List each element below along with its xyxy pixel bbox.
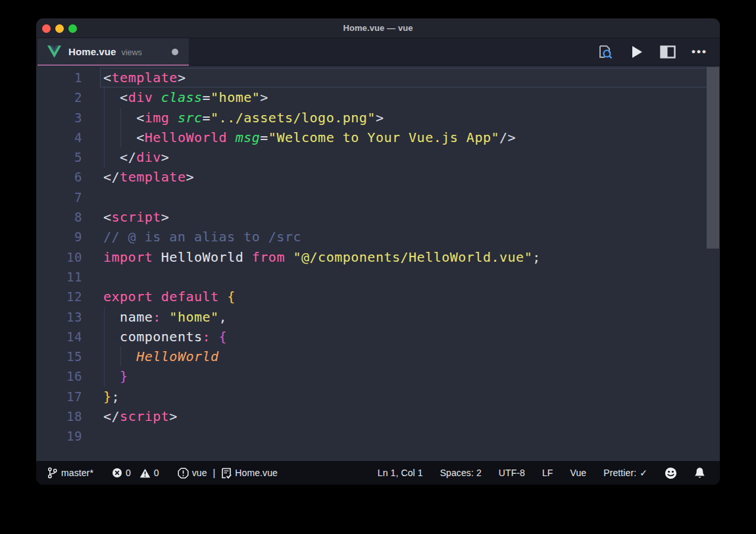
status-item-language-mode[interactable]: Vue	[570, 468, 587, 478]
status-item-notifications[interactable]	[694, 467, 705, 479]
line-number: 18	[36, 406, 82, 426]
warning-count: 0	[154, 468, 159, 478]
code-line[interactable]: 12export default {	[36, 287, 720, 306]
traffic-lights	[42, 24, 77, 33]
eol-sequence-label: LF	[542, 468, 553, 478]
code-lines: 1<template>2 <div class="home">3 <img sr…	[36, 66, 720, 461]
bell-icon	[694, 467, 705, 479]
code-line[interactable]: 15 HelloWorld	[36, 347, 720, 366]
git-branch-label: master*	[61, 468, 93, 478]
minimize-window-button[interactable]	[55, 24, 64, 33]
line-content: }	[103, 366, 128, 386]
indentation-label: Spaces: 2	[440, 468, 482, 478]
status-bar: master*00vue|Home.vue Ln 1, Col 1Spaces:…	[36, 461, 720, 485]
split-editor-button[interactable]	[659, 43, 676, 61]
line-content: };	[103, 387, 120, 406]
editor-actions: •••	[596, 38, 720, 65]
code-line[interactable]: 3 <img src="../assets/logo.png">	[36, 108, 720, 128]
code-line[interactable]: 17};	[36, 387, 720, 406]
separator: |	[213, 468, 216, 478]
line-content: </template>	[103, 167, 194, 187]
code-line[interactable]: 6</template>	[36, 167, 720, 187]
line-number: 2	[36, 87, 82, 107]
status-item-encoding[interactable]: UTF-8	[499, 468, 525, 478]
code-line[interactable]: 7	[36, 187, 720, 207]
line-content: // @ is an alias to /src	[103, 227, 301, 247]
line-number: 16	[36, 366, 82, 386]
code-line[interactable]: 5 </div>	[36, 147, 720, 167]
status-item-eol-sequence[interactable]: LF	[542, 468, 553, 478]
cursor-position-label: Ln 1, Col 1	[378, 468, 423, 478]
code-line[interactable]: 19	[36, 426, 720, 446]
line-content: <HelloWorld msg="Welcome to Your Vue.js …	[103, 128, 516, 147]
status-item-cursor-position[interactable]: Ln 1, Col 1	[378, 468, 423, 478]
line-number: 7	[36, 187, 82, 207]
code-line[interactable]: 1<template>	[36, 68, 720, 87]
line-content: </script>	[103, 406, 178, 426]
code-line[interactable]: 10import HelloWorld from "@/components/H…	[36, 247, 720, 267]
line-content: <div class="home">	[103, 87, 268, 107]
status-item-git-branch[interactable]: master*	[47, 467, 93, 479]
code-line[interactable]: 16 }	[36, 366, 720, 386]
line-number: 10	[36, 247, 82, 267]
status-item-indentation[interactable]: Spaces: 2	[440, 468, 482, 478]
line-number: 8	[36, 207, 82, 227]
line-number: 6	[36, 167, 82, 187]
alert-octagon-icon	[178, 468, 189, 479]
prettier-status-label: Prettier:	[603, 468, 636, 478]
line-content: <img src="../assets/logo.png">	[103, 108, 384, 128]
code-line[interactable]: 2 <div class="home">	[36, 87, 720, 107]
line-content: name: "home",	[103, 307, 227, 327]
more-actions-button[interactable]: •••	[691, 43, 708, 61]
line-content: export default {	[103, 287, 236, 306]
tab-home-vue[interactable]: Home.vue views	[38, 38, 189, 65]
line-content: </div>	[103, 147, 169, 167]
language-mode-label: Vue	[570, 468, 587, 478]
line-content: components: {	[103, 327, 227, 347]
code-line[interactable]: 11	[36, 267, 720, 287]
git-branch-icon	[47, 467, 58, 479]
status-item-feedback[interactable]	[665, 467, 677, 479]
line-number: 12	[36, 287, 82, 306]
status-left: master*00vue|Home.vue	[36, 467, 278, 479]
play-icon	[632, 46, 642, 58]
search-document-icon	[596, 43, 613, 61]
code-line[interactable]: 4 <HelloWorld msg="Welcome to Your Vue.j…	[36, 128, 720, 147]
error-count: 0	[126, 468, 131, 478]
line-number: 15	[36, 347, 82, 366]
title-bar: Home.vue — vue	[36, 18, 720, 38]
line-number: 9	[36, 227, 82, 247]
line-number: 4	[36, 128, 82, 147]
vertical-scrollbar[interactable]	[707, 67, 719, 249]
line-number: 19	[36, 426, 82, 446]
open-preview-button[interactable]	[596, 43, 613, 61]
code-line[interactable]: 18</script>	[36, 406, 720, 426]
line-content: import HelloWorld from "@/components/Hel…	[103, 247, 541, 267]
zoom-window-button[interactable]	[68, 24, 77, 33]
file-check-icon	[221, 468, 232, 479]
window-title: Home.vue — vue	[343, 23, 413, 33]
line-content: <script>	[103, 207, 169, 227]
run-button[interactable]	[628, 43, 645, 61]
line-number: 1	[36, 68, 82, 87]
line-content: HelloWorld	[103, 347, 219, 366]
check-icon: ✓	[640, 468, 647, 478]
vscode-window: Home.vue — vue Home.vue views	[36, 18, 720, 485]
status-item-prettier-status[interactable]: Prettier:✓	[603, 468, 647, 478]
status-item-vetur-status[interactable]: vue|Home.vue	[178, 468, 278, 479]
line-number: 5	[36, 147, 82, 167]
code-line[interactable]: 14 components: {	[36, 327, 720, 347]
modified-dot-icon[interactable]	[172, 49, 178, 55]
code-editor[interactable]: 1<template>2 <div class="home">3 <img sr…	[36, 66, 720, 461]
line-number: 14	[36, 327, 82, 347]
close-window-button[interactable]	[42, 24, 51, 33]
code-line[interactable]: 13 name: "home",	[36, 307, 720, 327]
vue-logo-icon	[47, 45, 61, 58]
warning-triangle-icon	[139, 468, 151, 478]
code-line[interactable]: 8<script>	[36, 207, 720, 227]
line-number: 17	[36, 387, 82, 406]
code-line[interactable]: 9// @ is an alias to /src	[36, 227, 720, 247]
smiley-icon	[665, 467, 677, 479]
encoding-label: UTF-8	[499, 468, 525, 478]
status-item-problems[interactable]: 00	[112, 468, 159, 478]
